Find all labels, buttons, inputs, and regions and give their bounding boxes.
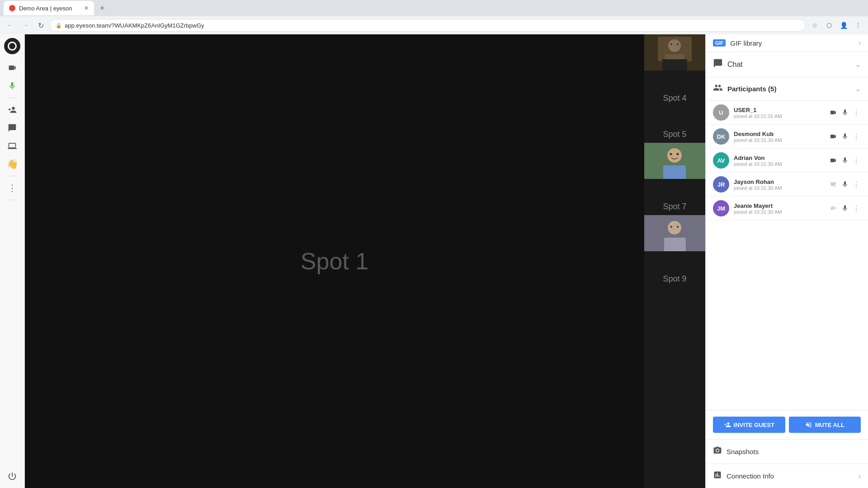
- video-thumb-spot7[interactable]: Spot 7: [644, 179, 705, 215]
- extensions-icon[interactable]: ⬡: [823, 19, 835, 32]
- sidebar-divider-2: [7, 176, 18, 176]
- spot4-label: Spot 4: [644, 94, 705, 103]
- emoji-reaction-button[interactable]: 👋: [4, 156, 20, 172]
- video-control-icon[interactable]: [828, 108, 838, 117]
- right-panel: GIF GIF library › Chat ⌄ Participants (5…: [705, 34, 868, 488]
- bookmark-star-icon[interactable]: ☆: [808, 19, 821, 32]
- snapshots-row[interactable]: Snapshots: [706, 440, 868, 464]
- participant-more-button[interactable]: ⋮: [852, 108, 861, 117]
- video-control-icon[interactable]: [828, 131, 838, 141]
- mic-control-icon[interactable]: [840, 131, 850, 141]
- participant-info: USER_1 joined at 10:21:31 AM: [734, 107, 828, 119]
- mic-control-icon[interactable]: [840, 108, 850, 117]
- browser-nav-actions: ☆ ⬡ 👤 ⋮: [808, 19, 864, 32]
- video-control-icon[interactable]: [828, 155, 838, 165]
- menu-icon[interactable]: ⋮: [852, 19, 864, 32]
- participant-name: Jeanie Mayert: [734, 202, 828, 209]
- gif-library-label: GIF library: [730, 39, 762, 47]
- mic-toggle-button[interactable]: [4, 78, 20, 94]
- video-toggle-button[interactable]: [4, 60, 20, 76]
- participants-label: Participants (5): [727, 85, 776, 93]
- participants-icon: [713, 83, 723, 95]
- main-video-area: Spot 1: [25, 34, 644, 488]
- video-control-icon[interactable]: [828, 203, 838, 213]
- mute-all-button[interactable]: MUTE ALL: [789, 417, 861, 433]
- mic-control-icon[interactable]: [840, 179, 850, 189]
- invite-guest-button[interactable]: INVITE GUEST: [713, 417, 785, 433]
- mic-control-icon[interactable]: [840, 203, 850, 213]
- back-button[interactable]: ←: [4, 19, 16, 32]
- video-strip: Spot 4 Spot 5 Spot 7: [644, 34, 705, 488]
- browser-nav: ← → ↻ 🔒 app.eyeson.team/?WUAKMKpZ6AnIGyM…: [0, 16, 868, 34]
- app-logo: [4, 38, 20, 54]
- chat-chevron-icon: ⌄: [855, 60, 861, 69]
- participant-item: DK Desmond Kub joined at 10:31:30 AM ⋮: [706, 125, 868, 149]
- profile-icon[interactable]: 👤: [837, 19, 850, 32]
- video-thumb-spot4[interactable]: Spot 4: [644, 70, 705, 107]
- snapshots-label: Snapshots: [726, 448, 759, 455]
- participant-joined-time: joined at 10:31:30 AM: [734, 209, 828, 215]
- close-tab-button[interactable]: ✕: [84, 5, 89, 11]
- participant-item: JR Jayson Rohan joined at 10:31:30 AM ⋮: [706, 173, 868, 197]
- main-spot-label: Spot 1: [301, 248, 368, 275]
- participant-more-button[interactable]: ⋮: [852, 156, 861, 165]
- chat-row[interactable]: Chat ⌄: [706, 52, 868, 77]
- video-thumb-spot3[interactable]: [644, 34, 705, 70]
- new-tab-button[interactable]: +: [96, 2, 108, 14]
- more-options-button[interactable]: ⋮: [4, 180, 20, 196]
- participant-controls: ⋮: [828, 131, 861, 141]
- participant-item: JM Jeanie Mayert joined at 10:31:30 AM ⋮: [706, 197, 868, 221]
- chat-panel-label: Chat: [727, 61, 743, 69]
- video-thumb-spot9[interactable]: Spot 9: [644, 251, 705, 287]
- svg-point-6: [677, 43, 679, 45]
- mic-control-icon[interactable]: [840, 155, 850, 165]
- participant-controls: ⋮: [828, 179, 861, 189]
- participants-chevron-icon: ⌄: [855, 84, 861, 93]
- participant-joined-time: joined at 10:21:31 AM: [734, 113, 828, 119]
- svg-point-2: [668, 39, 681, 52]
- participant-avatar: DK: [713, 128, 729, 145]
- spot5-label: Spot 5: [644, 130, 705, 139]
- left-sidebar: 👋 ⋮: [0, 34, 25, 488]
- participant-controls: ⋮: [828, 155, 861, 165]
- chat-sidebar-button[interactable]: [4, 120, 20, 136]
- video-thumb-spot8[interactable]: [644, 215, 705, 251]
- participant-controls: ⋮: [828, 108, 861, 117]
- svg-point-15: [670, 226, 672, 228]
- video-control-icon[interactable]: [828, 179, 838, 189]
- participant-more-button[interactable]: ⋮: [852, 132, 861, 141]
- browser-chrome: Demo Area | eyeson ✕ + ← → ↻ 🔒 app.eyeso…: [0, 0, 868, 34]
- svg-point-5: [670, 43, 672, 45]
- sidebar-divider-1: [7, 98, 18, 98]
- action-buttons: INVITE GUEST MUTE ALL: [706, 410, 868, 440]
- participant-info: Jeanie Mayert joined at 10:31:30 AM: [734, 202, 828, 215]
- participant-more-button[interactable]: ⋮: [852, 204, 861, 213]
- participant-joined-time: joined at 10:31:30 AM: [734, 137, 828, 143]
- svg-point-13: [668, 221, 681, 235]
- leave-call-button[interactable]: [4, 468, 20, 484]
- connection-info-chevron-icon: ›: [859, 472, 861, 480]
- participant-name: USER_1: [734, 107, 828, 113]
- participant-item: U USER_1 joined at 10:21:31 AM ⋮: [706, 101, 868, 125]
- svg-rect-9: [663, 165, 686, 179]
- video-thumb-spot5[interactable]: Spot 5: [644, 107, 705, 143]
- forward-button[interactable]: →: [19, 19, 32, 32]
- participant-name: Adrian Von: [734, 155, 828, 161]
- connection-info-row[interactable]: Connection Info ›: [706, 464, 868, 488]
- chat-panel-icon: [713, 58, 723, 70]
- add-participant-button[interactable]: [4, 102, 20, 118]
- address-bar[interactable]: 🔒 app.eyeson.team/?WUAKMKpZ6AnIGyM1GZrbp…: [50, 19, 806, 32]
- lock-icon: 🔒: [56, 23, 62, 28]
- screen-share-button[interactable]: [4, 138, 20, 154]
- browser-tab[interactable]: Demo Area | eyeson ✕: [4, 1, 94, 15]
- participants-header[interactable]: Participants (5) ⌄: [706, 77, 868, 101]
- participant-avatar: AV: [713, 152, 729, 169]
- reload-button[interactable]: ↻: [34, 19, 47, 32]
- participant-info: Adrian Von joined at 10:31:30 AM: [734, 155, 828, 167]
- app-layout: 👋 ⋮ Spot 1: [0, 34, 868, 488]
- gif-library-row[interactable]: GIF GIF library ›: [706, 34, 868, 52]
- tab-title: Demo Area | eyeson: [19, 5, 72, 12]
- participant-more-button[interactable]: ⋮: [852, 180, 861, 189]
- participant-info: Desmond Kub joined at 10:31:30 AM: [734, 131, 828, 143]
- video-thumb-spot6[interactable]: [644, 143, 705, 179]
